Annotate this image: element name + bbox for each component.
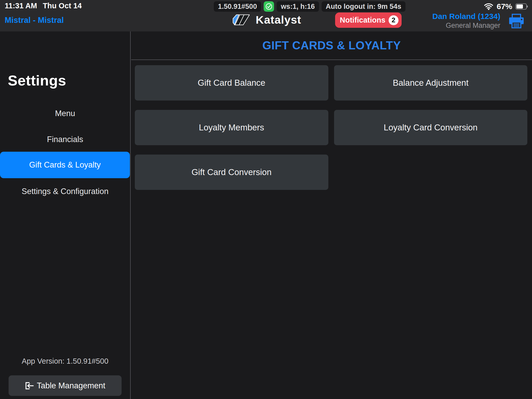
sidebar-item-menu[interactable]: Menu — [0, 109, 130, 118]
notifications-label: Notifications — [340, 16, 385, 24]
battery-icon — [515, 3, 528, 10]
page-title: GIFT CARDS & LOYALTY — [131, 31, 532, 60]
user-block[interactable]: Dan Roland (1234) General Manager — [432, 12, 500, 30]
autologout-badge: Auto logout in: 9m 54s — [322, 1, 405, 12]
workstation-badge: ws:1, h:16 — [277, 1, 319, 12]
main-panel: GIFT CARDS & LOYALTY Gift Card Balance B… — [131, 31, 532, 399]
app-version-text: App Version: 1.50.91#500 — [0, 357, 130, 365]
gift-card-conversion-button[interactable]: Gift Card Conversion — [135, 155, 328, 190]
loyalty-card-conversion-button[interactable]: Loyalty Card Conversion — [334, 110, 528, 145]
printer-button[interactable] — [508, 14, 526, 29]
status-system: 67% — [484, 1, 528, 12]
battery-percent: 67% — [497, 2, 512, 11]
settings-sidebar: Settings Menu Financials Gift Cards & Lo… — [0, 31, 131, 399]
brand: Katalyst — [231, 13, 301, 26]
status-time-date: 11:31 AM Thu Oct 14 — [5, 2, 82, 10]
exit-arrow-icon — [25, 382, 34, 390]
sidebar-item-settings-configuration[interactable]: Settings & Configuration — [0, 187, 130, 196]
table-management-button[interactable]: Table Management — [9, 375, 122, 396]
sidebar-item-financials[interactable]: Financials — [0, 135, 130, 144]
store-name-link[interactable]: Mistral - Mistral — [5, 16, 64, 25]
gift-card-balance-button[interactable]: Gift Card Balance — [135, 65, 328, 101]
printer-icon — [508, 14, 526, 29]
balance-adjustment-button[interactable]: Balance Adjustment — [334, 65, 528, 101]
header-bar: 11:31 AM Thu Oct 14 1.50.91#500 ws:1, h:… — [0, 0, 532, 31]
table-management-label: Table Management — [37, 381, 105, 390]
app-title: Katalyst — [256, 14, 301, 26]
sidebar-item-gift-cards-loyalty[interactable]: Gift Cards & Loyalty — [0, 152, 130, 178]
user-name: Dan Roland (1234) — [432, 12, 500, 21]
status-date: Thu Oct 14 — [43, 2, 82, 10]
user-role: General Manager — [432, 22, 500, 30]
card-grid: Gift Card Balance Balance Adjustment Loy… — [135, 65, 527, 190]
sidebar-title: Settings — [8, 72, 66, 89]
check-circle-icon — [265, 3, 272, 10]
status-badges: 1.50.91#500 ws:1, h:16 Auto logout in: 9… — [214, 1, 405, 12]
wifi-icon — [484, 3, 494, 10]
katalyst-logo-icon — [231, 13, 251, 26]
loyalty-members-button[interactable]: Loyalty Members — [135, 110, 328, 145]
notifications-button[interactable]: Notifications 2 — [335, 12, 402, 28]
status-time: 11:31 AM — [5, 2, 37, 10]
notifications-count-badge: 2 — [389, 15, 398, 25]
connection-ok-badge — [264, 1, 274, 12]
version-badge: 1.50.91#500 — [214, 1, 261, 12]
